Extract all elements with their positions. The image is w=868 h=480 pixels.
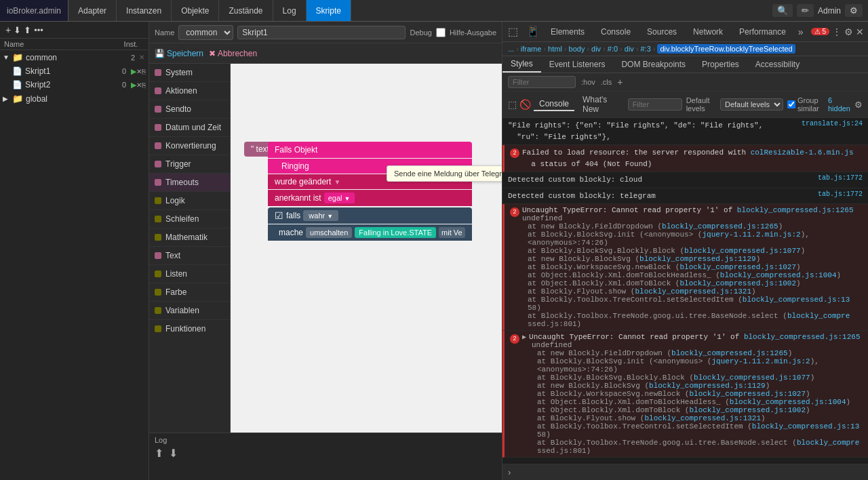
msg-4-link[interactable]: tab.js:1772 xyxy=(818,191,863,198)
tree-item-global[interactable]: ▶ 📁 global xyxy=(0,92,149,106)
bc-link17[interactable]: blockly_compressed.js:1002 xyxy=(689,406,806,414)
tree-item-skript2[interactable]: 📄 Skript2 0 ▶ ✕ ⎘ xyxy=(0,78,149,92)
msg-5-link[interactable]: blockly_compressed.js:1265 xyxy=(737,206,854,214)
bc-link14[interactable]: blockly_compressed.js:1129 xyxy=(649,382,766,390)
cat-variablen[interactable]: Variablen xyxy=(149,302,230,320)
debug-checkbox[interactable] xyxy=(436,28,446,37)
bc-div-0[interactable]: #:0 xyxy=(608,45,618,53)
add-script-btn[interactable]: + xyxy=(5,24,11,35)
download-btn[interactable]: ⬇ xyxy=(14,25,21,35)
search-btn[interactable]: 🔍 xyxy=(772,4,793,17)
expand-btn[interactable]: ▶ xyxy=(522,333,526,341)
upload-btn[interactable]: ⬆ xyxy=(24,25,31,35)
tab-zustaende[interactable]: Zustände xyxy=(219,0,273,21)
cat-system[interactable]: System xyxy=(149,64,230,82)
bc-link1[interactable]: blockly_compressed.js:1265 xyxy=(662,222,778,231)
console-settings-btn[interactable]: ⚙ xyxy=(854,100,863,110)
delete-btn[interactable]: ✕ xyxy=(138,54,146,61)
bc-div2[interactable]: div xyxy=(625,45,634,53)
cat-logik[interactable]: Logik xyxy=(149,192,230,210)
bc-link11[interactable]: blockly_compressed.js:1265 xyxy=(671,349,788,357)
bc-link13[interactable]: blockly_compressed.js:1077 xyxy=(694,374,810,382)
group-similar-checkbox[interactable] xyxy=(787,100,795,108)
name-select[interactable]: common xyxy=(178,25,233,40)
level-select[interactable]: Default levels xyxy=(720,98,783,111)
tree-item-common[interactable]: ▼ 📁 common 2 ✕ xyxy=(0,50,149,64)
style-tab-access[interactable]: Accessibility xyxy=(747,57,808,72)
style-tab-props[interactable]: Properties xyxy=(694,57,747,72)
bc-link3[interactable]: blockly_compressed.js:1077 xyxy=(684,247,801,255)
bc-link12[interactable]: jquery-1.11.2.min.js:2 xyxy=(711,357,810,365)
bc-link9[interactable]: blockly_compressed.js:13 xyxy=(743,296,850,304)
dt-inspect-btn[interactable]: ⬚ xyxy=(502,25,524,38)
tab-skripte[interactable]: Skripte xyxy=(307,0,351,21)
bc-link15[interactable]: blockly_compressed.js:1027 xyxy=(689,390,806,398)
msg-2-link[interactable]: colResizable-1.6.min.js xyxy=(751,148,854,157)
cat-datum[interactable]: Datum und Zeit xyxy=(149,119,230,137)
dt-tab-network[interactable]: Network xyxy=(685,22,731,41)
dt-tab-performance[interactable]: Performance xyxy=(731,22,794,41)
cat-listen[interactable]: Listen xyxy=(149,265,230,283)
style-tab-dom[interactable]: DOM Breakpoints xyxy=(613,57,694,72)
copy-s2[interactable]: ⎘ xyxy=(142,81,146,89)
style-filter-input[interactable] xyxy=(508,76,576,88)
bc-div-3[interactable]: #:3 xyxy=(641,45,651,53)
bc-link18[interactable]: blockly_compressed.js:1321 xyxy=(644,414,761,422)
cat-konvertierung[interactable]: Konvertierung xyxy=(149,137,230,155)
bc-link8[interactable]: blockly_compressed.js:1321 xyxy=(635,287,751,296)
cat-text[interactable]: Text xyxy=(149,247,230,265)
block-main-group[interactable]: Falls Objekt Ringing wurde geändert ▼ an… xyxy=(268,142,472,241)
bc-link19[interactable]: blockly_compressed.js:13 xyxy=(752,422,859,431)
abbrechen-btn[interactable]: ✖ Abbrechen xyxy=(209,49,257,58)
cat-funktionen[interactable]: Funktionen xyxy=(149,320,230,338)
log-icon-1[interactable]: ⬆ xyxy=(155,447,163,460)
bc-link20[interactable]: blockly_compre xyxy=(797,439,859,447)
more-btn[interactable]: ••• xyxy=(34,25,43,35)
tab-instanzen[interactable]: Instanzen xyxy=(117,0,172,21)
log-icon-2[interactable]: ⬇ xyxy=(169,447,178,460)
dt-tab-console[interactable]: Console xyxy=(593,22,639,41)
bc-iframe[interactable]: iframe xyxy=(521,45,542,53)
run-s1[interactable]: ▶ xyxy=(131,67,136,76)
cat-farbe[interactable]: Farbe xyxy=(149,283,230,302)
dt-settings[interactable]: ⚙ xyxy=(844,26,853,37)
style-tab-styles[interactable]: Styles xyxy=(502,56,541,73)
del-s1[interactable]: ✕ xyxy=(136,68,142,75)
dt-device-btn[interactable]: 📱 xyxy=(524,25,542,38)
run-s2[interactable]: ▶ xyxy=(131,81,136,89)
cat-mathematik[interactable]: Mathematik xyxy=(149,228,230,247)
cat-schleifen[interactable]: Schleifen xyxy=(149,210,230,228)
dt-console-open-btn[interactable]: ⬚ xyxy=(508,99,517,110)
bc-html[interactable]: html xyxy=(548,45,562,53)
tree-item-skript1[interactable]: 📄 Skript1 0 ▶ ✕ ⎘ xyxy=(0,64,149,78)
msg-3-link[interactable]: tab.js:1772 xyxy=(818,174,863,182)
dt-close[interactable]: ✕ xyxy=(856,26,864,37)
msg-1-link[interactable]: translate.js:24 xyxy=(802,120,863,127)
speichern-btn[interactable]: 💾 Speichern xyxy=(155,49,203,58)
copy-s1[interactable]: ⎘ xyxy=(142,68,146,75)
bc-link7[interactable]: blockly_compressed.js:1002 xyxy=(679,279,796,287)
bc-link4[interactable]: blockly_compressed.js:1129 xyxy=(639,255,756,263)
bc-link5[interactable]: blockly_compressed.js:1027 xyxy=(679,263,796,271)
console-input[interactable] xyxy=(515,468,863,477)
pseudo-btn[interactable]: :hov xyxy=(581,78,595,86)
style-tab-events[interactable]: Event Listeners xyxy=(541,57,614,72)
bc-link16[interactable]: blockly_compressed.js:1004 xyxy=(730,398,846,406)
bc-selected[interactable]: div.blocklyTreeRow.blocklyTreeSelected xyxy=(657,44,795,54)
console-tab-console[interactable]: Console xyxy=(534,98,574,111)
add-style-btn[interactable]: + xyxy=(617,77,623,87)
settings-btn[interactable]: ⚙ xyxy=(845,4,863,17)
cat-sendto[interactable]: Sendto xyxy=(149,100,230,119)
dt-console-ban-btn[interactable]: 🚫 xyxy=(519,99,531,110)
edit-btn[interactable]: ✏ xyxy=(797,4,814,17)
dt-tab-elements[interactable]: Elements xyxy=(542,22,593,41)
bc-link10[interactable]: blockly_compre xyxy=(787,312,850,320)
dt-vertical-dots[interactable]: ⋮ xyxy=(832,26,842,37)
console-tab-whats-new[interactable]: What's New xyxy=(577,94,625,115)
bc-body[interactable]: body xyxy=(569,45,585,53)
del-s2[interactable]: ✕ xyxy=(136,81,142,89)
bc-link6[interactable]: blockly_compressed.js:1004 xyxy=(720,271,837,279)
cat-timeouts[interactable]: Timeouts xyxy=(149,174,230,192)
tab-objekte[interactable]: Objekte xyxy=(172,0,219,21)
filename-input[interactable] xyxy=(237,26,406,39)
